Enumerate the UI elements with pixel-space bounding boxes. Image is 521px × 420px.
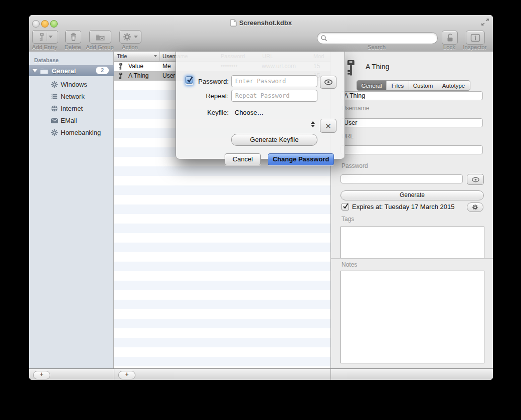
group-badge: 2 xyxy=(96,67,109,74)
sidebar-header: Database xyxy=(34,57,59,63)
sidebar-item-label: Internet xyxy=(61,105,83,112)
search-input[interactable] xyxy=(329,34,434,42)
username-label: Username xyxy=(341,105,369,112)
sidebar-item-homebanking[interactable]: Homebanking xyxy=(29,126,114,138)
tab-custom[interactable]: Custom xyxy=(409,81,437,90)
add-entry-button[interactable] xyxy=(32,30,58,44)
lock-open-icon xyxy=(446,33,454,42)
disclosure-triangle-icon[interactable] xyxy=(33,69,38,73)
tab-files[interactable]: Files xyxy=(387,81,409,90)
change-password-sheet: Password: Repeat: Keyfile: Choose… ✕ Gen… xyxy=(176,52,345,159)
inspector-panel: A Thing General Files Custom Autotype Us… xyxy=(330,52,493,368)
repeat-input[interactable] xyxy=(231,90,317,102)
cell-username: Me xyxy=(162,63,171,70)
key-icon xyxy=(38,33,45,42)
gear-icon xyxy=(50,129,59,136)
server-icon xyxy=(50,93,59,100)
reveal-password-button[interactable] xyxy=(467,174,484,185)
search-field[interactable] xyxy=(317,32,438,44)
add-group-button[interactable] xyxy=(89,30,111,44)
expand-icon[interactable] xyxy=(481,19,489,26)
delete-label: Delete xyxy=(64,44,81,50)
inspector-entry-title: A Thing xyxy=(366,63,389,71)
keyfile-popup[interactable]: Choose… xyxy=(235,109,264,116)
search-label: Search xyxy=(368,44,386,50)
inspector-button[interactable] xyxy=(466,31,485,45)
sidebar-item-windows[interactable]: Windows xyxy=(29,78,114,90)
sidebar-group-general[interactable]: General 2 xyxy=(29,65,114,76)
cancel-button[interactable]: Cancel xyxy=(225,153,261,165)
sidebar-item-label: Network xyxy=(61,93,85,100)
tab-general[interactable]: General xyxy=(357,81,387,90)
expires-label: Expires at: Tuesday 17 March 2015 xyxy=(352,203,455,211)
titlebar: Screenshot.kdbx Add Entry Delete Add Gro… xyxy=(29,15,493,52)
tab-autotype[interactable]: Autotype xyxy=(437,81,470,90)
title-field[interactable] xyxy=(340,91,483,100)
change-password-button[interactable]: Change Password xyxy=(268,153,334,165)
inspector-tabs: General Files Custom Autotype xyxy=(357,80,470,91)
sidebar-item-label: Homebanking xyxy=(61,129,101,136)
globe-icon xyxy=(50,105,59,112)
lock-button[interactable] xyxy=(442,31,458,45)
expires-row: Expires at: Tuesday 17 March 2015 xyxy=(341,203,455,211)
check-icon xyxy=(342,202,349,209)
repeat-label: Repeat: xyxy=(176,92,229,100)
expires-checkbox[interactable] xyxy=(341,203,349,211)
section-divider xyxy=(331,258,493,259)
add-entry-plus-button[interactable]: + xyxy=(118,371,135,379)
action-button[interactable] xyxy=(119,30,141,44)
gear-icon xyxy=(50,81,59,88)
gear-icon xyxy=(123,33,131,41)
sort-indicator-icon xyxy=(154,55,157,57)
key-icon xyxy=(118,72,123,80)
key-icon xyxy=(118,63,123,70)
password-field[interactable] xyxy=(340,174,463,183)
window-title: Screenshot.kdbx xyxy=(29,19,493,27)
keyfile-label: Keyfile: xyxy=(176,109,229,116)
lock-label: Lock xyxy=(443,44,455,50)
url-field[interactable] xyxy=(340,145,483,154)
delete-button[interactable] xyxy=(65,30,81,44)
divider xyxy=(330,369,331,380)
sidebar-item-network[interactable]: Network xyxy=(29,90,114,102)
cell-username: User xyxy=(162,72,175,79)
tags-box[interactable] xyxy=(340,227,484,259)
envelope-icon xyxy=(50,117,59,124)
add-group-label: Add Group xyxy=(86,44,114,50)
chevron-down-icon xyxy=(134,36,138,38)
show-password-button[interactable] xyxy=(320,76,336,89)
clear-keyfile-button[interactable]: ✕ xyxy=(320,119,336,133)
notes-label: Notes xyxy=(341,261,357,268)
password-input[interactable] xyxy=(231,75,317,87)
password-label: Password xyxy=(341,162,368,169)
sidebar-group-label: General xyxy=(52,67,76,75)
generate-button[interactable]: Generate xyxy=(340,190,484,200)
add-group-plus-button[interactable]: + xyxy=(33,371,50,379)
cell-title: Value xyxy=(128,63,143,70)
password-label: Password: xyxy=(176,78,229,85)
search-icon xyxy=(320,35,327,42)
add-entry-label: Add Entry xyxy=(32,44,58,50)
column-title[interactable]: Title xyxy=(117,53,127,59)
sidebar-item-internet[interactable]: Internet xyxy=(29,102,114,114)
chevron-down-icon xyxy=(49,36,53,38)
cell-title: A Thing xyxy=(128,72,148,79)
sidebar-item-email[interactable]: EMail xyxy=(29,114,114,126)
column-separator[interactable] xyxy=(159,52,160,61)
action-label: Action xyxy=(122,44,138,50)
trash-icon xyxy=(69,33,78,42)
stepper-icon[interactable] xyxy=(311,121,315,127)
key-icon xyxy=(344,58,356,77)
username-field[interactable] xyxy=(340,118,483,127)
sidebar: Database General 2 Windows Network Inter… xyxy=(29,52,114,368)
gear-icon xyxy=(472,204,478,211)
divider xyxy=(114,369,114,380)
tags-label: Tags xyxy=(341,216,354,223)
expires-options-button[interactable] xyxy=(467,202,483,212)
notes-box[interactable] xyxy=(340,271,484,363)
eye-icon xyxy=(324,79,333,85)
document-icon xyxy=(230,19,237,27)
sidebar-item-label: Windows xyxy=(61,81,87,88)
inspector-label: Inspector xyxy=(463,44,486,50)
generate-keyfile-button[interactable]: Generate Keyfile xyxy=(231,134,317,146)
